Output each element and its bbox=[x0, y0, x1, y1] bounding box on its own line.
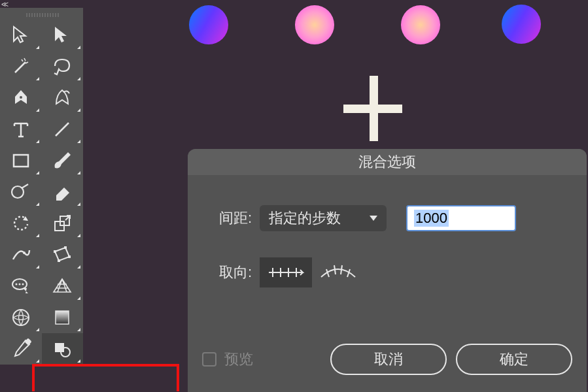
pen-tool[interactable] bbox=[0, 82, 42, 114]
svg-line-29 bbox=[334, 265, 336, 274]
rotate-tool[interactable] bbox=[0, 208, 42, 239]
chevron-down-icon bbox=[370, 216, 377, 221]
selection-tool[interactable] bbox=[0, 20, 42, 51]
svg-rect-13 bbox=[58, 259, 60, 262]
svg-line-30 bbox=[341, 265, 342, 274]
svg-rect-19 bbox=[56, 311, 69, 324]
lasso-tool[interactable] bbox=[42, 51, 84, 82]
svg-line-5 bbox=[22, 184, 28, 188]
crosshair-cursor bbox=[343, 76, 402, 141]
width-tool[interactable] bbox=[0, 239, 42, 270]
eyedropper-tool[interactable] bbox=[0, 333, 42, 365]
svg-line-2 bbox=[56, 123, 69, 136]
svg-line-0 bbox=[15, 62, 26, 73]
gradient-tool[interactable] bbox=[42, 302, 84, 333]
cancel-button[interactable]: 取消 bbox=[330, 344, 447, 375]
perspective-grid-tool[interactable] bbox=[42, 270, 84, 302]
dialog-title: 混合选项 bbox=[188, 149, 587, 175]
ok-button[interactable]: 确定 bbox=[456, 344, 572, 375]
preview-checkbox[interactable] bbox=[202, 352, 216, 367]
svg-rect-10 bbox=[54, 250, 56, 253]
orientation-label: 取向: bbox=[209, 263, 252, 282]
spacing-value-input[interactable]: 1000 bbox=[406, 205, 516, 231]
curvature-pen-tool[interactable] bbox=[42, 82, 84, 114]
highlight-annotation bbox=[32, 364, 179, 391]
shape-builder-tool[interactable] bbox=[0, 176, 42, 208]
svg-rect-21 bbox=[55, 343, 64, 352]
svg-point-16 bbox=[18, 284, 20, 286]
mesh-tool[interactable] bbox=[0, 302, 42, 333]
comment-tool[interactable] bbox=[0, 270, 42, 302]
svg-rect-20 bbox=[24, 338, 31, 345]
gradient-circle-4[interactable] bbox=[502, 5, 541, 44]
orientation-align-path[interactable] bbox=[312, 257, 364, 287]
svg-point-9 bbox=[23, 252, 26, 254]
rectangle-tool[interactable] bbox=[0, 145, 42, 176]
line-tool[interactable] bbox=[42, 114, 84, 145]
spacing-label: 间距: bbox=[209, 208, 252, 228]
preview-label: 预览 bbox=[224, 350, 253, 369]
orientation-align-page[interactable] bbox=[260, 257, 312, 287]
svg-rect-12 bbox=[68, 255, 71, 258]
tool-panel bbox=[0, 8, 83, 365]
scale-tool[interactable] bbox=[42, 208, 84, 239]
svg-rect-3 bbox=[14, 155, 28, 167]
direct-selection-tool[interactable] bbox=[42, 20, 84, 51]
spacing-mode-value: 指定的步数 bbox=[269, 208, 341, 228]
svg-point-17 bbox=[22, 284, 24, 286]
svg-point-18 bbox=[13, 310, 29, 325]
svg-point-15 bbox=[15, 284, 17, 286]
free-transform-tool[interactable] bbox=[42, 239, 84, 270]
spacing-mode-select[interactable]: 指定的步数 bbox=[260, 205, 387, 231]
type-tool[interactable] bbox=[0, 114, 42, 145]
gradient-circle-3[interactable] bbox=[401, 5, 440, 44]
gradient-circle-2[interactable] bbox=[295, 5, 334, 44]
gradient-circle-1[interactable] bbox=[189, 5, 228, 44]
brush-tool[interactable] bbox=[42, 145, 84, 176]
magic-wand-tool[interactable] bbox=[0, 51, 42, 82]
svg-rect-11 bbox=[64, 246, 67, 249]
svg-point-1 bbox=[20, 96, 22, 99]
symbol-sprayer-tool[interactable] bbox=[42, 333, 84, 365]
eraser-tool[interactable] bbox=[42, 176, 84, 208]
blend-options-dialog: 混合选项 间距: 指定的步数 1000 取向: 预览 取消 确定 bbox=[188, 149, 587, 392]
